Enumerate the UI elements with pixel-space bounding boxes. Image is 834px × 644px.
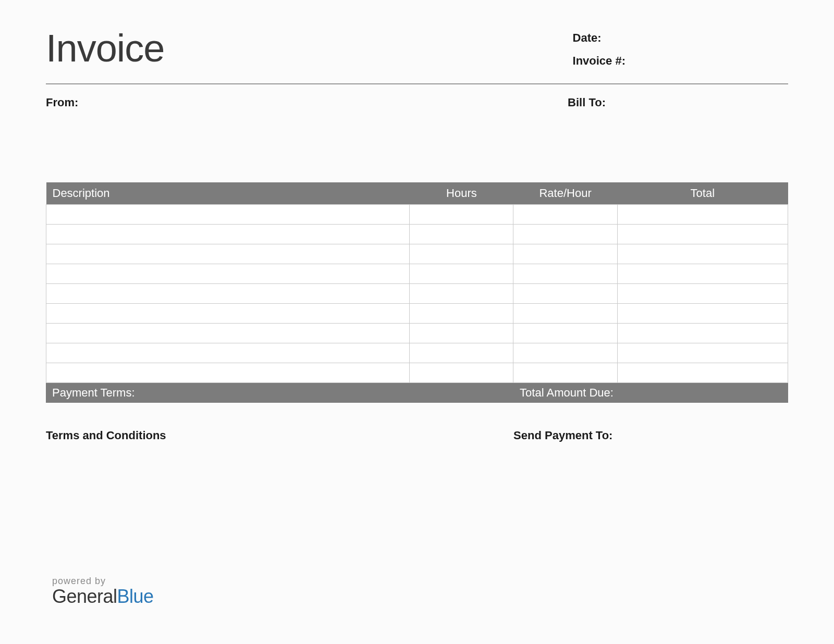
- cell-total[interactable]: [617, 363, 788, 383]
- cell-description[interactable]: [46, 225, 410, 244]
- table-row: [46, 363, 788, 383]
- cell-rate[interactable]: [513, 304, 617, 324]
- send-payment-to-label: Send Payment To:: [513, 429, 788, 442]
- bottom-section: Terms and Conditions Send Payment To:: [46, 429, 788, 442]
- cell-hours[interactable]: [410, 205, 513, 225]
- total-amount-due-label: Total Amount Due:: [513, 383, 788, 403]
- branding: powered by GeneralBlue: [52, 576, 154, 606]
- cell-description[interactable]: [46, 363, 410, 383]
- invoice-number-label: Invoice #:: [573, 54, 626, 68]
- table-row: [46, 205, 788, 225]
- invoice-table: Description Hours Rate/Hour Total: [46, 182, 788, 383]
- cell-total[interactable]: [617, 205, 788, 225]
- cell-total[interactable]: [617, 304, 788, 324]
- cell-total[interactable]: [617, 324, 788, 343]
- table-row: [46, 343, 788, 363]
- date-label: Date:: [573, 31, 626, 45]
- cell-rate[interactable]: [513, 205, 617, 225]
- cell-description[interactable]: [46, 284, 410, 304]
- cell-description[interactable]: [46, 324, 410, 343]
- cell-rate[interactable]: [513, 343, 617, 363]
- cell-total[interactable]: [617, 284, 788, 304]
- table-header-row: Description Hours Rate/Hour Total: [46, 182, 788, 205]
- cell-rate[interactable]: [513, 284, 617, 304]
- table-row: [46, 264, 788, 284]
- table-footer-bar: Payment Terms: Total Amount Due:: [46, 383, 788, 403]
- table-row: [46, 324, 788, 343]
- cell-total[interactable]: [617, 264, 788, 284]
- table-row: [46, 304, 788, 324]
- table-row: [46, 225, 788, 244]
- payment-terms-label: Payment Terms:: [46, 383, 513, 403]
- brand-blue: Blue: [117, 586, 154, 607]
- cell-hours[interactable]: [410, 304, 513, 324]
- parties-section: From: Bill To:: [46, 96, 788, 109]
- cell-hours[interactable]: [410, 284, 513, 304]
- cell-hours[interactable]: [410, 264, 513, 284]
- cell-hours[interactable]: [410, 244, 513, 264]
- terms-conditions-label: Terms and Conditions: [46, 429, 513, 442]
- cell-rate[interactable]: [513, 324, 617, 343]
- cell-rate[interactable]: [513, 244, 617, 264]
- brand-logo: GeneralBlue: [52, 587, 154, 606]
- cell-description[interactable]: [46, 205, 410, 225]
- col-description: Description: [46, 182, 410, 205]
- brand-general: General: [52, 586, 117, 607]
- cell-hours[interactable]: [410, 363, 513, 383]
- col-total: Total: [617, 182, 788, 205]
- col-rate: Rate/Hour: [513, 182, 617, 205]
- powered-by-text: powered by: [52, 576, 154, 587]
- cell-description[interactable]: [46, 343, 410, 363]
- cell-rate[interactable]: [513, 264, 617, 284]
- cell-total[interactable]: [617, 343, 788, 363]
- cell-description[interactable]: [46, 264, 410, 284]
- cell-rate[interactable]: [513, 225, 617, 244]
- cell-description[interactable]: [46, 304, 410, 324]
- table-row: [46, 284, 788, 304]
- cell-hours[interactable]: [410, 343, 513, 363]
- table-row: [46, 244, 788, 264]
- cell-description[interactable]: [46, 244, 410, 264]
- col-hours: Hours: [410, 182, 513, 205]
- cell-total[interactable]: [617, 244, 788, 264]
- page-title: Invoice: [46, 29, 164, 68]
- invoice-header: Invoice Date: Invoice #:: [46, 26, 788, 84]
- invoice-meta: Date: Invoice #:: [573, 31, 626, 77]
- cell-total[interactable]: [617, 225, 788, 244]
- bill-to-label: Bill To:: [568, 96, 606, 109]
- cell-hours[interactable]: [410, 225, 513, 244]
- from-label: From:: [46, 96, 78, 109]
- cell-hours[interactable]: [410, 324, 513, 343]
- cell-rate[interactable]: [513, 363, 617, 383]
